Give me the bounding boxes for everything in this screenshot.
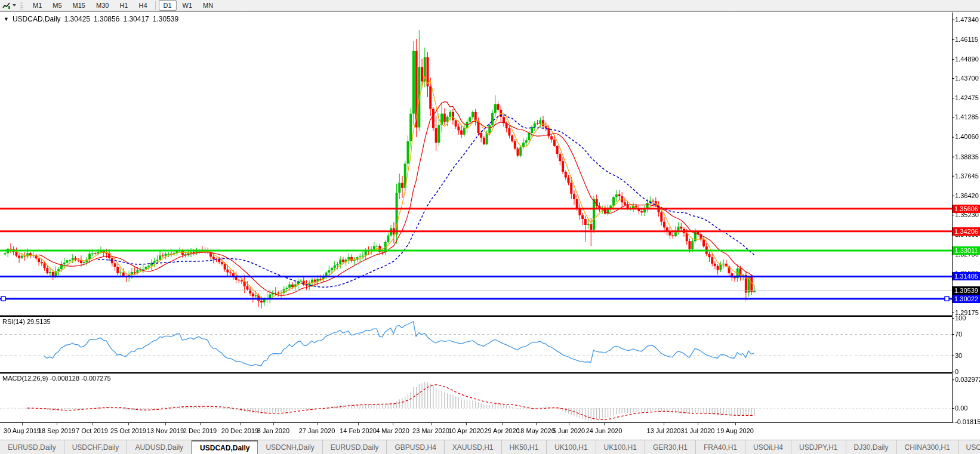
symbol-period-label: USDCAD,Daily: [13, 15, 61, 23]
tab-usdjpy-h1[interactable]: USDJPY,H1: [791, 440, 846, 454]
ohlc-close: 1.30539: [153, 15, 178, 23]
timeframe-button-h4[interactable]: H4: [134, 0, 152, 11]
tab-eurusd-daily[interactable]: EURUSD,Daily: [323, 440, 387, 454]
price-axis-tick: 1.41285: [955, 113, 979, 121]
rsi-axis-tick: 70: [955, 331, 962, 338]
timeframe-button-m15[interactable]: M15: [68, 0, 90, 11]
toolbar-separator: [155, 1, 156, 10]
tab-usdcad-daily[interactable]: USDCAD,Daily: [192, 440, 258, 454]
timeframe-button-m5[interactable]: M5: [48, 0, 66, 11]
price-axis-tick: 1.37645: [955, 172, 979, 180]
chart-header: ▼ USDCAD,Daily 1.30425 1.30856 1.30417 1…: [4, 15, 178, 23]
tab-audusd-daily[interactable]: AUDUSD,Daily: [127, 440, 192, 454]
chart-cursor-tool[interactable]: [0, 0, 19, 11]
timeframe-button-m30[interactable]: M30: [91, 0, 113, 11]
time-axis-label: 4 Mar 2020: [376, 427, 409, 434]
time-axis-label: 8 Jan 2020: [257, 427, 289, 434]
time-axis-label: 29 Apr 2020: [484, 427, 519, 434]
tab-usoil-h4[interactable]: USOil,H4: [745, 440, 791, 454]
time-axis-label: 23 Mar 2020: [412, 427, 449, 434]
hline-price-label: 1.33011: [953, 246, 980, 255]
time-axis-label: 2 Dec 2019: [183, 427, 217, 434]
price-axis-tick: 1.47340: [955, 16, 979, 23]
time-axis-label: 10 Apr 2020: [448, 427, 483, 434]
tab-hk50-h1[interactable]: HK50,H1: [502, 440, 547, 454]
rsi-label: RSI(14) 29.5135: [2, 318, 51, 325]
time-axis-label: 24 Jun 2020: [586, 427, 622, 434]
time-axis-label: 31 Jul 2020: [681, 427, 715, 434]
macd-label: MACD(12,26,9) -0.008128 -0.007275: [2, 375, 111, 382]
time-axis-label: 14 Feb 2020: [340, 427, 377, 434]
time-axis-label: 20 Dec 2019: [221, 427, 258, 434]
tab-uk100-h1[interactable]: UK100,H1: [547, 440, 596, 454]
timeframe-button-mn[interactable]: MN: [198, 0, 218, 11]
tab-dj30-daily[interactable]: DJ30,Daily: [846, 440, 897, 454]
price-axis-tick: 1.42475: [955, 94, 979, 101]
price-axis-tick: 1.43700: [955, 75, 979, 82]
tab-gbpusd-h4[interactable]: GBPUSD,H4: [387, 440, 444, 454]
time-axis-label: 18 May 2020: [517, 427, 555, 434]
chart-window: ▼ USDCAD,Daily 1.30425 1.30856 1.30417 1…: [0, 11, 980, 440]
price-axis-tick: 1.36420: [955, 192, 979, 199]
rsi-axis-tick: 0: [955, 368, 959, 375]
collapse-triangle-icon[interactable]: ▼: [4, 16, 9, 22]
rsi-axis-tick: 100: [955, 314, 966, 322]
toolbar-grip[interactable]: [20, 2, 23, 10]
tab-eurusd-daily[interactable]: EURUSD,Daily: [0, 440, 64, 454]
timeframe-button-w1[interactable]: W1: [178, 0, 198, 11]
top-toolbar: M1M5M15M30H1H4D1W1MN: [0, 0, 980, 11]
time-axis-label: 7 Oct 2019: [76, 427, 108, 434]
timeframe-button-m1[interactable]: M1: [28, 0, 47, 11]
time-axis-label: 19 Aug 2020: [717, 427, 754, 434]
current-price-label: 1.30539: [953, 286, 980, 295]
tab-xauusd-h1[interactable]: XAUUSD,H1: [445, 440, 502, 454]
hline-price-label: 1.30022: [953, 295, 980, 303]
time-axis-label: 30 Aug 2019: [4, 427, 41, 434]
chart-canvas[interactable]: [0, 11, 980, 440]
chart-cursor-icon: [2, 2, 11, 10]
tab-usoil-h1[interactable]: USOil,H1: [959, 440, 980, 454]
tab-fra40-h1[interactable]: FRA40,H1: [696, 440, 745, 454]
time-axis-label: 18 Sep 2019: [38, 427, 75, 434]
tab-usdchf-daily[interactable]: USDCHF,Daily: [64, 440, 128, 454]
macd-axis-tick: -0.018154: [955, 418, 980, 425]
macd-axis-tick: 0.032972: [955, 376, 980, 383]
tab-usdcnh-daily[interactable]: USDCNH,Daily: [258, 440, 322, 454]
timeframe-button-d1[interactable]: D1: [159, 0, 177, 11]
hline-price-label: 1.34206: [953, 227, 980, 236]
dropdown-caret-icon[interactable]: [13, 4, 16, 7]
ohlc-high: 1.30856: [94, 15, 119, 23]
tab-china300-h1[interactable]: CHINA300,H1: [897, 440, 959, 454]
time-axis-label: 5 Jun 2020: [553, 427, 585, 434]
time-axis-label: 25 Oct 2019: [110, 427, 146, 434]
macd-axis-tick: 0.00: [955, 404, 967, 412]
time-axis-label: 13 Jul 2020: [647, 427, 681, 434]
time-axis-label: 13 Nov 2019: [147, 427, 184, 434]
price-axis-tick: 1.38835: [955, 153, 979, 160]
tab-ger30-h1[interactable]: GER30,H1: [645, 440, 696, 454]
ohlc-low: 1.30417: [123, 15, 149, 23]
price-axis-tick: 1.46115: [955, 36, 978, 43]
price-axis-tick: 1.40060: [955, 133, 979, 140]
rsi-axis-tick: 30: [955, 352, 962, 359]
chart-tab-bar: EURUSD,DailyUSDCHF,DailyAUDUSD,DailyUSDC…: [0, 440, 980, 454]
timeframe-button-h1[interactable]: H1: [115, 0, 132, 11]
tab-uk100-h1[interactable]: UK100,H1: [596, 440, 645, 454]
price-axis-tick: 1.44890: [955, 55, 979, 63]
ohlc-open: 1.30425: [64, 15, 90, 23]
hline-price-label: 1.31405: [953, 272, 980, 280]
time-axis-label: 27 Jan 2020: [299, 427, 335, 434]
timeframe-buttons: M1M5M15M30H1H4D1W1MN: [25, 0, 221, 11]
hline-price-label: 1.35606: [953, 205, 980, 213]
